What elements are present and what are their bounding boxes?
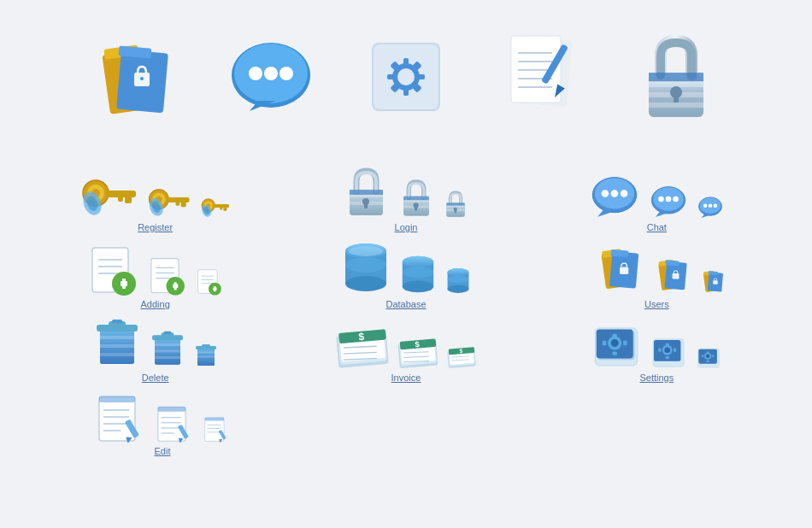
database-lg-icon	[341, 239, 391, 296]
svg-point-206	[611, 339, 619, 347]
svg-text:$: $	[358, 331, 365, 343]
svg-rect-228	[712, 355, 714, 357]
svg-point-90	[621, 190, 628, 197]
settings-md-icon	[650, 337, 687, 369]
adding-md-icon	[148, 253, 187, 296]
svg-point-9	[264, 67, 278, 80]
svg-point-130	[349, 246, 383, 256]
svg-rect-16	[403, 58, 409, 67]
svg-rect-150	[673, 273, 680, 279]
database-label: Database	[385, 299, 426, 309]
delete-label: Delete	[142, 373, 169, 383]
icon-grid: Register	[17, 166, 795, 463]
database-md-icon	[399, 253, 437, 296]
svg-point-10	[279, 67, 293, 80]
invoice-md-icon: $	[397, 337, 438, 369]
login-lock-lg-icon	[343, 166, 390, 219]
adding-sm-icon	[196, 266, 223, 296]
register-key-sm-icon	[200, 193, 231, 219]
svg-rect-110	[122, 279, 126, 289]
chat-md-icon	[649, 183, 688, 219]
settings-lg-icon	[591, 325, 641, 369]
login-label: Login	[395, 222, 418, 232]
svg-point-95	[666, 197, 672, 202]
svg-rect-219	[674, 349, 676, 352]
svg-rect-61	[223, 207, 227, 211]
svg-rect-39	[674, 94, 679, 103]
svg-rect-85	[447, 202, 465, 205]
notes-hero-icon	[490, 26, 592, 132]
svg-marker-97	[656, 211, 673, 217]
svg-point-8	[249, 67, 262, 80]
svg-rect-226	[707, 361, 709, 362]
svg-rect-230	[99, 396, 135, 402]
svg-point-224	[706, 355, 709, 358]
svg-marker-103	[702, 214, 714, 219]
svg-rect-70	[364, 203, 368, 208]
svg-rect-216	[666, 343, 669, 346]
svg-rect-84	[455, 210, 456, 213]
settings-sm-icon	[696, 347, 721, 369]
users-lg-icon	[589, 243, 640, 296]
svg-rect-145	[620, 267, 628, 274]
delete-md-icon	[150, 328, 185, 369]
register-key-md-icon	[147, 181, 191, 219]
svg-rect-53	[180, 201, 185, 208]
invoice-sm-icon: $	[447, 345, 476, 369]
svg-point-96	[674, 197, 680, 202]
svg-rect-54	[175, 201, 179, 206]
svg-point-5	[140, 77, 144, 80]
svg-rect-229	[99, 396, 135, 441]
settings-label: Settings	[639, 373, 674, 383]
svg-rect-77	[415, 207, 418, 211]
svg-rect-227	[702, 355, 703, 357]
svg-point-129	[345, 257, 386, 273]
svg-point-88	[602, 190, 609, 197]
svg-rect-155	[714, 280, 718, 285]
svg-point-215	[665, 347, 671, 353]
svg-rect-238	[158, 407, 185, 411]
svg-rect-174	[197, 352, 215, 354]
chat-lg-icon	[589, 173, 640, 219]
svg-rect-207	[613, 334, 617, 337]
svg-rect-166	[155, 343, 180, 346]
edit-label: Edit	[155, 446, 171, 456]
edit-lg-icon	[95, 390, 146, 443]
login-lock-sm-icon	[443, 190, 468, 219]
svg-rect-210	[623, 341, 627, 345]
svg-rect-209	[603, 341, 606, 345]
svg-rect-177	[202, 344, 210, 347]
svg-point-89	[611, 190, 619, 197]
lock-hero-icon	[625, 26, 727, 132]
svg-point-100	[703, 203, 708, 208]
svg-rect-175	[197, 356, 215, 358]
svg-rect-167	[155, 350, 180, 353]
svg-point-127	[345, 276, 386, 291]
chat-label: Chat	[647, 222, 667, 232]
svg-rect-45	[125, 195, 132, 203]
register-label: Register	[138, 222, 173, 232]
svg-rect-245	[205, 418, 224, 442]
svg-point-134	[403, 256, 433, 268]
svg-point-94	[658, 197, 664, 202]
svg-rect-159	[100, 344, 134, 348]
database-sm-icon	[445, 266, 471, 296]
edit-md-icon	[155, 402, 194, 443]
svg-rect-163	[112, 320, 122, 323]
svg-rect-160	[100, 353, 134, 356]
edit-sm-icon	[203, 414, 230, 443]
hero-row	[17, 17, 795, 140]
svg-rect-217	[666, 356, 669, 359]
svg-rect-246	[205, 418, 224, 421]
svg-point-139	[448, 268, 469, 276]
svg-rect-46	[118, 195, 123, 202]
svg-point-101	[709, 203, 713, 208]
svg-rect-18	[387, 74, 396, 79]
svg-rect-237	[158, 407, 185, 441]
users-label: Users	[644, 299, 669, 309]
svg-point-140	[448, 275, 469, 283]
svg-rect-124	[214, 286, 215, 291]
svg-point-102	[714, 203, 718, 208]
settings-hero-icon	[355, 26, 457, 132]
svg-point-138	[448, 285, 469, 293]
